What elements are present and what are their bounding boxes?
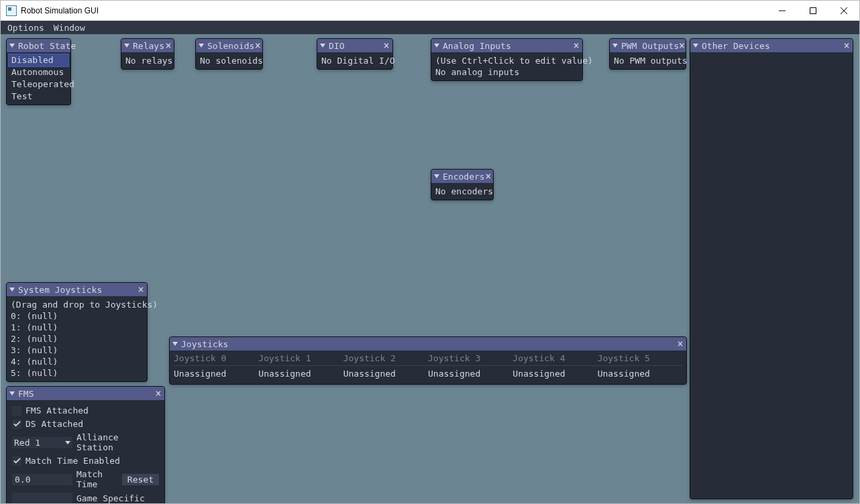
- panel-robot-state[interactable]: Robot State Disabled Autonomous Teleoper…: [6, 38, 71, 105]
- match-time-enabled-label: Match Time Enabled: [25, 456, 120, 466]
- collapse-icon[interactable]: [9, 44, 15, 48]
- panel-titlebar[interactable]: FMS ×: [7, 387, 164, 400]
- panel-titlebar[interactable]: DIO ×: [317, 39, 392, 52]
- checkbox-icon: [12, 420, 21, 429]
- robot-state-autonomous[interactable]: Autonomous: [9, 66, 68, 78]
- alliance-station-select[interactable]: Red 1: [12, 437, 72, 448]
- match-time-input[interactable]: [12, 474, 72, 485]
- close-icon[interactable]: ×: [485, 172, 492, 181]
- panel-title: PWM Outputs: [621, 41, 679, 51]
- sys-joy-hint: (Drag and drop to Joysticks): [11, 299, 143, 310]
- window-maximize-button[interactable]: [798, 1, 828, 20]
- panel-joysticks[interactable]: Joysticks × Joystick 0 Unassigned Joysti…: [169, 336, 687, 385]
- panel-title: DIO: [329, 41, 382, 51]
- list-item[interactable]: 3: (null): [11, 344, 143, 356]
- joystick-header: Joystick 5: [598, 353, 682, 366]
- list-item[interactable]: 2: (null): [11, 333, 143, 344]
- panel-dio[interactable]: DIO × No Digital I/O: [317, 38, 393, 70]
- joystick-col[interactable]: Joystick 0 Unassigned: [174, 353, 258, 379]
- collapse-icon[interactable]: [172, 342, 178, 346]
- joystick-header: Joystick 2: [343, 353, 428, 366]
- panel-title: Relays: [133, 41, 164, 51]
- panel-titlebar[interactable]: Other Devices ×: [690, 39, 853, 52]
- close-icon[interactable]: ×: [572, 41, 581, 50]
- window-minimize-button[interactable]: [767, 1, 798, 20]
- collapse-icon[interactable]: [124, 44, 129, 48]
- list-item[interactable]: 0: (null): [11, 310, 143, 322]
- relays-body: No relays: [125, 55, 170, 66]
- robot-state-disabled[interactable]: Disabled: [9, 54, 68, 66]
- close-icon[interactable]: ×: [154, 389, 163, 398]
- panel-encoders[interactable]: Encoders × No encoders: [431, 169, 494, 200]
- menu-options[interactable]: Options: [7, 23, 44, 33]
- collapse-icon[interactable]: [434, 44, 439, 48]
- joystick-value: Unassigned: [598, 369, 682, 379]
- panel-titlebar[interactable]: System Joysticks ×: [7, 283, 147, 296]
- match-time-enabled-checkbox[interactable]: Match Time Enabled: [12, 456, 120, 466]
- list-item[interactable]: 4: (null): [11, 356, 143, 367]
- collapse-icon[interactable]: [693, 44, 698, 48]
- collapse-icon[interactable]: [9, 391, 15, 395]
- list-item[interactable]: 5: (null): [11, 367, 143, 379]
- panel-fms[interactable]: FMS × FMS Attached DS Attached: [6, 386, 165, 503]
- checkbox-icon: [12, 456, 21, 466]
- panel-titlebar[interactable]: Relays ×: [121, 39, 174, 52]
- panel-titlebar[interactable]: Solenoids ×: [196, 39, 262, 52]
- joystick-col[interactable]: Joystick 1 Unassigned: [258, 353, 343, 379]
- panel-titlebar[interactable]: PWM Outputs ×: [610, 39, 686, 52]
- panel-titlebar[interactable]: Robot State: [7, 39, 70, 52]
- close-icon[interactable]: ×: [842, 41, 851, 50]
- joystick-col[interactable]: Joystick 2 Unassigned: [343, 353, 428, 379]
- joystick-value: Unassigned: [174, 369, 258, 379]
- alliance-value: Red 1: [14, 438, 40, 448]
- panel-title: FMS: [18, 389, 154, 399]
- panel-relays[interactable]: Relays × No relays: [121, 38, 174, 70]
- panel-analog-inputs[interactable]: Analog Inputs × (Use Ctrl+Click to edit …: [431, 38, 583, 81]
- panel-title: Robot State: [18, 41, 76, 51]
- joystick-col[interactable]: Joystick 3 Unassigned: [428, 353, 513, 379]
- close-icon[interactable]: ×: [382, 41, 391, 50]
- close-icon[interactable]: ×: [254, 41, 261, 50]
- close-icon[interactable]: ×: [679, 41, 685, 50]
- collapse-icon[interactable]: [434, 174, 439, 178]
- window-title: Robot Simulation GUI: [21, 6, 767, 15]
- panel-title: Other Devices: [702, 41, 842, 51]
- panel-pwm-outputs[interactable]: PWM Outputs × No PWM outputs: [609, 38, 686, 70]
- close-icon[interactable]: ×: [136, 285, 146, 294]
- window-close-button[interactable]: [828, 1, 859, 20]
- fms-attached-checkbox[interactable]: FMS Attached: [12, 405, 89, 416]
- collapse-icon[interactable]: [199, 44, 204, 48]
- panel-other-devices[interactable]: Other Devices ×: [690, 38, 853, 499]
- panel-title: Joysticks: [181, 339, 676, 349]
- panel-titlebar[interactable]: Analog Inputs ×: [431, 39, 582, 52]
- alliance-station-label: Alliance Station: [76, 432, 159, 452]
- panel-title: System Joysticks: [18, 285, 136, 295]
- panel-system-joysticks[interactable]: System Joysticks × (Drag and drop to Joy…: [6, 282, 148, 382]
- close-icon[interactable]: ×: [164, 41, 172, 50]
- window-controls: [767, 1, 859, 20]
- ds-attached-label: DS Attached: [25, 419, 83, 429]
- panel-titlebar[interactable]: Joysticks ×: [170, 337, 686, 351]
- collapse-icon[interactable]: [320, 44, 325, 48]
- workspace: Robot State Disabled Autonomous Teleoper…: [1, 34, 859, 503]
- collapse-icon[interactable]: [612, 44, 618, 48]
- panel-titlebar[interactable]: Encoders ×: [431, 170, 493, 183]
- game-specific-input[interactable]: [12, 493, 72, 503]
- joystick-col[interactable]: Joystick 5 Unassigned: [598, 353, 682, 379]
- analog-body: No analog inputs: [435, 66, 578, 78]
- robot-state-test[interactable]: Test: [9, 90, 68, 103]
- ds-attached-checkbox[interactable]: DS Attached: [12, 419, 83, 429]
- close-icon[interactable]: ×: [676, 339, 685, 349]
- list-item[interactable]: 1: (null): [11, 322, 143, 333]
- panel-solenoids[interactable]: Solenoids × No solenoids: [195, 38, 263, 70]
- joystick-col[interactable]: Joystick 4 Unassigned: [513, 353, 597, 379]
- joystick-header: Joystick 1: [258, 353, 343, 366]
- robot-state-teleoperated[interactable]: Teleoperated: [9, 78, 68, 90]
- analog-hint: (Use Ctrl+Click to edit value): [435, 55, 578, 66]
- reset-button[interactable]: Reset: [122, 474, 159, 485]
- game-specific-label: Game Specific: [76, 493, 145, 503]
- collapse-icon[interactable]: [9, 288, 15, 292]
- joystick-header: Joystick 3: [428, 353, 513, 366]
- menu-window[interactable]: Window: [54, 23, 85, 33]
- joystick-header: Joystick 4: [513, 353, 597, 366]
